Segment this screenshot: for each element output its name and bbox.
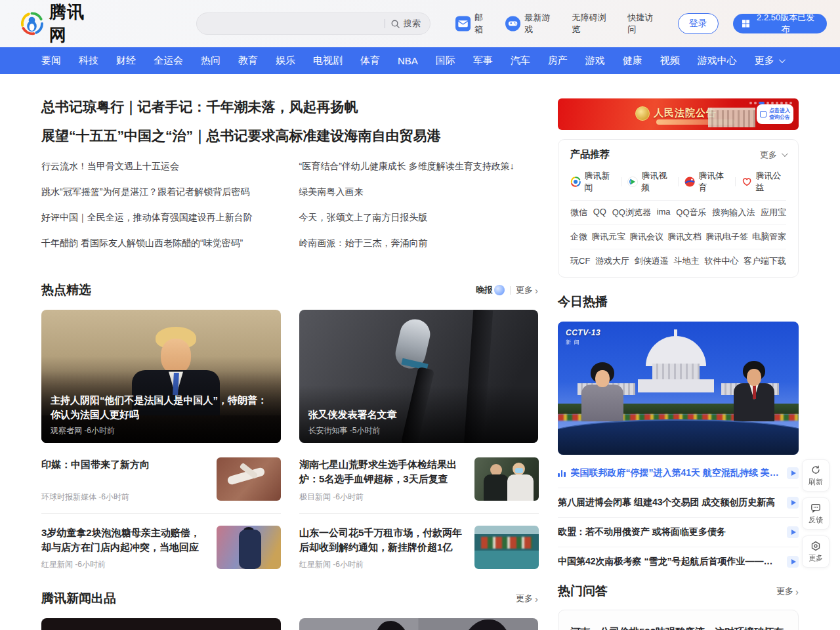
hot-card-zhangyouxia[interactable]: 张又侠发表署名文章 长安街知事 -5小时前 (299, 310, 539, 443)
nav-item-junshi[interactable]: 军事 (473, 54, 493, 67)
news-link[interactable]: 绿美南粤入画来 (299, 186, 539, 198)
play-icon[interactable] (787, 497, 799, 509)
anchor-left-image-part (581, 385, 623, 421)
playlist-item[interactable]: 欧盟：若不动用俄资产 或将面临更多债务 (558, 518, 799, 547)
nav-item-fangchan[interactable]: 房产 (548, 54, 568, 67)
evening-report-badge[interactable]: 晚报 (476, 284, 505, 296)
nav-item-yule[interactable]: 娱乐 (276, 54, 295, 67)
news-link[interactable]: 跳水“冠军摇篮”为何是湛江？跟着记者解锁背后密码 (41, 186, 281, 198)
login-button[interactable]: 登录 (678, 13, 719, 34)
produced-card-portraits[interactable] (299, 618, 539, 630)
product-link[interactable]: 搜狗输入法 (712, 207, 755, 219)
play-icon[interactable] (787, 467, 799, 479)
nav-item-quanyunhui[interactable]: 全运会 (154, 54, 183, 67)
nav-item-caijing[interactable]: 财经 (116, 54, 136, 67)
quick-access-link[interactable]: 快捷访问 (627, 12, 660, 35)
product-tencent-news[interactable]: 腾讯新闻 (570, 170, 615, 194)
news-link[interactable]: 岭南画派：始于三杰，奔涌向前 (299, 238, 539, 249)
hot-card-trump[interactable]: 主持人阴阳“他们不是法国人是中国人”，特朗普：你认为法国人更好吗 观察者网 -6… (41, 310, 281, 443)
product-link[interactable]: QQ (593, 207, 606, 219)
accessibility-link[interactable]: 无障碍浏览 (572, 12, 613, 35)
refresh-button[interactable]: 刷新 (802, 459, 830, 492)
news-link[interactable]: “医育结合”伴幼儿健康成长 多维度解读生育支持政策↓ (299, 161, 539, 173)
play-icon[interactable] (787, 556, 799, 568)
today-hot-title: 今日热播 (558, 293, 608, 310)
nav-item-qiche[interactable]: 汽车 (511, 54, 530, 67)
product-link[interactable]: 腾讯会议 (629, 231, 663, 243)
search-divider (385, 19, 385, 28)
nav-item-guoji[interactable]: 国际 (436, 54, 455, 67)
nav-more[interactable]: 更多 (755, 54, 784, 67)
news-card[interactable]: 印媒：中国带来了新方向 环球时报新媒体 -6小时前 (41, 446, 281, 514)
product-link[interactable]: 电脑管家 (752, 231, 786, 243)
product-link[interactable]: 玩CF (570, 255, 590, 267)
news-card[interactable]: 湖南七星山荒野求生选手体检结果出炉：5名选手血钾超标，3天后复查 极目新闻 -6… (299, 446, 539, 514)
play-icon[interactable] (787, 526, 799, 538)
court-emblem-icon (635, 106, 650, 121)
product-link[interactable]: 企微 (570, 231, 587, 243)
version-button[interactable]: 2.2.50版本已发布 (733, 14, 827, 33)
feedback-button[interactable]: 反馈 (802, 497, 830, 530)
product-link[interactable]: 斗地主 (674, 255, 700, 267)
document-icon (760, 111, 766, 117)
product-link[interactable]: 腾讯文档 (667, 231, 702, 243)
qa-question-card[interactable]: 河南一公司偷排592吨强酸废液，这对环境破坏有多大？这种废液该如何正确处置？ (558, 610, 799, 630)
nav-item-keji[interactable]: 科技 (79, 54, 98, 67)
more-tools-button[interactable]: 更多 (802, 536, 830, 568)
search-input[interactable]: 搜索 (196, 12, 430, 35)
news-link[interactable]: 行云流水！当甲骨文遇上十五运会 (41, 161, 281, 173)
top-headline-2[interactable]: 展望“十五五”中国之“治”｜总书记要求高标准建设海南自由贸易港 (41, 127, 538, 144)
tencent-video-icon (627, 176, 638, 188)
news-card-meta: 环球时报新媒体 -6小时前 (41, 486, 207, 503)
nav-item-youxizhongxin[interactable]: 游戏中心 (698, 54, 737, 67)
news-link[interactable]: 千年醋韵 看国际友人解锁山西老陈醋的“味觉密码” (41, 238, 281, 249)
qa-more-link[interactable]: 更多 › (776, 585, 799, 597)
produced-more-link[interactable]: 更多 › (516, 593, 538, 604)
nav-item-rewen[interactable]: 热问 (201, 54, 220, 67)
produced-section-title: 腾讯新闻出品 (41, 590, 116, 607)
card-title: 张又侠发表署名文章 (308, 408, 530, 422)
news-card[interactable]: 山东一公司花5千万租市场，付款两年后却收到解约通知，新挂牌价超1亿 红星新闻 -… (299, 514, 539, 581)
top-headline-1[interactable]: 总书记琼粤行｜记者手记：千年潮未落，风起再扬帆 (41, 98, 538, 115)
playlist-item[interactable]: 第八届进博会闭幕 组建43个交易团 成交额创历史新高 (558, 488, 799, 518)
product-tencent-video[interactable]: 腾讯视频 (627, 170, 672, 194)
product-link[interactable]: 软件中心 (704, 255, 738, 267)
product-link[interactable]: 腾讯电子签 (705, 231, 748, 243)
news-link[interactable]: 好评中国｜全民全运，推动体育强国建设再上新台阶 (41, 212, 281, 224)
product-link[interactable]: QQ浏览器 (612, 207, 651, 219)
product-link[interactable]: ima (657, 207, 671, 219)
product-link[interactable]: 剑侠逍遥 (635, 255, 669, 267)
hot-more-link[interactable]: 更多 › (516, 284, 538, 296)
nav-item-jiankang[interactable]: 健康 (623, 54, 642, 67)
product-link[interactable]: 应用宝 (761, 207, 786, 219)
nav-item-nba[interactable]: NBA (398, 55, 418, 66)
news-card[interactable]: 3岁幼童拿2块泡泡糖母亲主动赔偿，却与店方在门店内起冲突，当地回应 红星新闻 -… (41, 514, 281, 581)
live-video-player[interactable]: CCTV-13 新闻 (558, 322, 799, 455)
product-tencent-sports[interactable]: 腾讯体育 (684, 170, 729, 194)
court-notice-ad-banner[interactable]: 人民法院公告 点击进入 查询公告 (558, 98, 799, 130)
product-tencent-charity[interactable]: 腾讯公益 (742, 170, 786, 194)
produced-card-moon[interactable] (41, 618, 281, 630)
playlist-item-current[interactable]: 美国联邦政府“停摆”进入第41天 航空混乱持续 美国民... (558, 459, 799, 488)
latest-games-link[interactable]: 最新游戏 (505, 12, 557, 35)
nav-item-youxi[interactable]: 游戏 (585, 54, 605, 67)
right-column: 人民法院公告 点击进入 查询公告 产品推荐 更多 (558, 98, 799, 630)
news-card-title: 印媒：中国带来了新方向 (41, 457, 207, 472)
nav-item-tiyu[interactable]: 体育 (360, 54, 380, 67)
playlist-item[interactable]: 中国第42次南极考察 “雪龙”号起航后首项作业——推飞机 (558, 547, 799, 576)
product-link[interactable]: QQ音乐 (676, 207, 706, 219)
site-logo[interactable]: 腾讯网 (20, 1, 101, 47)
product-link[interactable]: 游戏大厅 (595, 255, 629, 267)
chevron-right-icon: › (535, 594, 538, 604)
nav-item-dianshiju[interactable]: 电视剧 (313, 54, 343, 67)
ad-query-button[interactable]: 点击进入 查询公告 (757, 104, 793, 124)
product-link[interactable]: 腾讯元宝 (591, 231, 625, 243)
nav-item-yaowen[interactable]: 要闻 (41, 54, 61, 67)
nav-item-jiaoyu[interactable]: 教育 (238, 54, 258, 67)
product-link[interactable]: 客户端下载 (744, 255, 786, 267)
products-more-link[interactable]: 更多 (760, 149, 786, 161)
news-link[interactable]: 今天，张颂文上了南方日报头版 (299, 212, 539, 224)
nav-item-shipin[interactable]: 视频 (660, 54, 680, 67)
product-link[interactable]: 微信 (570, 207, 587, 219)
mail-link[interactable]: 邮箱 (455, 12, 491, 35)
